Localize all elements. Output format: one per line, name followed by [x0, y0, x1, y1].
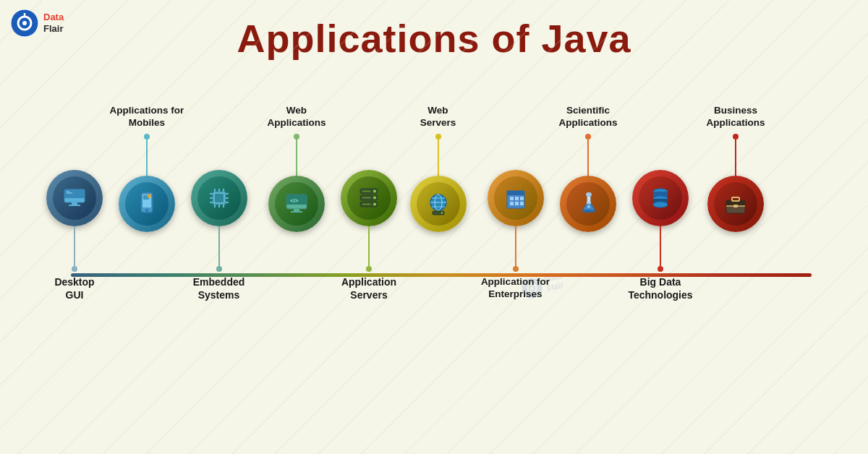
connector-top [146, 140, 148, 176]
dot-top [144, 134, 150, 140]
connector-bottom [74, 226, 75, 266]
building-icon [503, 185, 529, 211]
label-app-servers: ApplicationServers [341, 276, 396, 301]
dot-top [294, 134, 299, 140]
microscope-icon [575, 191, 601, 217]
svg-rect-58 [507, 191, 524, 195]
svg-rect-61 [520, 197, 524, 200]
svg-rect-78 [733, 205, 738, 207]
node-desktop-gui: DesktopGUI [42, 105, 107, 301]
label-desktop-gui: DesktopGUI [54, 276, 94, 301]
svg-point-73 [653, 202, 668, 207]
dot [513, 266, 519, 272]
node-scientific: ScientificApplications [548, 105, 628, 326]
dot [658, 266, 663, 272]
node-bigdata: Big DataTechnologies [621, 105, 700, 301]
connector-bottom [660, 226, 661, 266]
svg-point-56 [441, 212, 442, 213]
svg-text:</>: </> [290, 197, 299, 204]
briefcase-icon [723, 191, 749, 217]
svg-rect-62 [510, 202, 514, 205]
label-mobile-apps: Applications forMobiles [110, 105, 184, 129]
label-scientific: ScientificApplications [558, 105, 617, 129]
dot-top [585, 134, 591, 140]
node-web-apps: WebApplications </> [257, 105, 336, 326]
connector-bottom [218, 226, 220, 266]
node-mobile-apps: Applications forMobiles [107, 105, 187, 326]
database-icon [647, 185, 673, 211]
svg-rect-59 [510, 197, 514, 200]
svg-rect-39 [291, 211, 302, 213]
svg-rect-64 [520, 202, 524, 205]
svg-point-70 [587, 205, 590, 208]
svg-rect-11 [64, 189, 85, 198]
page-title: Applications of Java [0, 0, 868, 61]
svg-point-2 [22, 21, 27, 25]
dot [366, 266, 372, 272]
label-web-apps: WebApplications [267, 105, 326, 129]
dot-top [435, 134, 441, 140]
dot-top [733, 134, 739, 140]
svg-point-18 [145, 209, 148, 212]
svg-rect-38 [294, 209, 299, 211]
node-business: BusinessApplications [696, 105, 775, 326]
logo-text: DataFlair [43, 12, 64, 34]
svg-rect-12 [72, 202, 77, 205]
node-embedded: EmbeddedSystems [184, 105, 253, 301]
svg-rect-60 [515, 197, 519, 200]
connector-top [296, 140, 297, 176]
svg-point-68 [582, 210, 595, 213]
label-enterprise: Application forEnterprises [481, 276, 550, 301]
connector-bottom [515, 226, 516, 266]
dot [72, 266, 77, 272]
server-icon [356, 185, 382, 211]
connector-bottom [368, 226, 370, 266]
connector-top [587, 140, 589, 176]
logo: DataFlair [10, 9, 64, 38]
timeline-container: DesktopGUI Applications forMobiles [29, 105, 839, 394]
svg-rect-23 [215, 194, 224, 202]
label-web-servers: WebServers [420, 105, 456, 129]
svg-rect-63 [515, 202, 519, 205]
svg-point-45 [373, 197, 376, 200]
label-embedded: EmbeddedSystems [193, 276, 245, 301]
svg-point-66 [586, 192, 592, 197]
connector-top [438, 140, 439, 176]
chip-icon [205, 184, 233, 212]
label-business: BusinessApplications [706, 105, 765, 129]
mobile-icon [135, 191, 158, 217]
dot [216, 266, 222, 272]
node-app-servers: ApplicationServers [333, 105, 405, 301]
svg-rect-13 [69, 205, 80, 206]
monitor-code-icon: </> [284, 191, 310, 217]
node-enterprise: Application forEnterprises [474, 105, 557, 301]
svg-point-44 [373, 190, 376, 193]
connector-top [735, 140, 736, 176]
dataflair-logo-icon [10, 9, 39, 38]
label-bigdata: Big DataTechnologies [628, 276, 692, 301]
globe-server-icon [425, 191, 451, 217]
svg-point-46 [373, 203, 376, 206]
node-web-servers: WebServers [404, 105, 472, 326]
desktop-icon [61, 185, 88, 211]
svg-rect-76 [732, 197, 739, 201]
